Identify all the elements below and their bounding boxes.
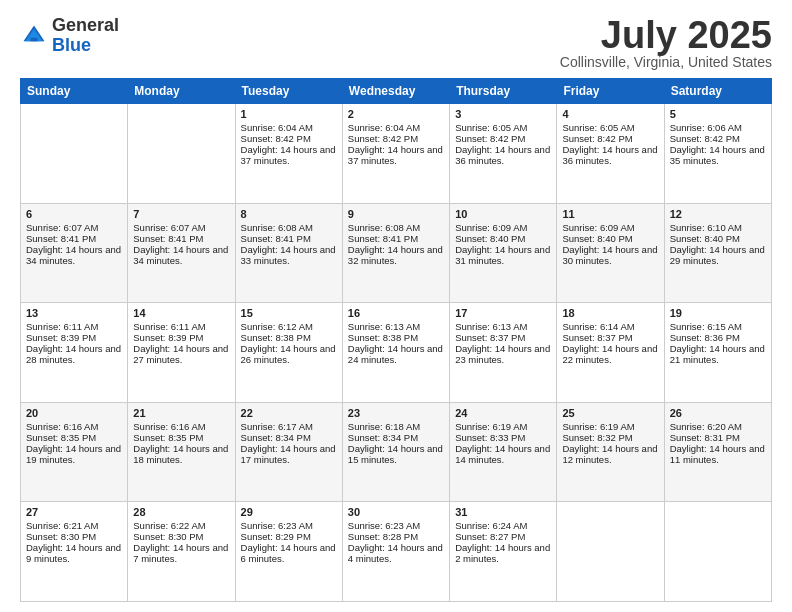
day-number: 10 — [455, 208, 551, 220]
day-info: Sunset: 8:38 PM — [241, 332, 337, 343]
day-number: 6 — [26, 208, 122, 220]
day-info: Sunset: 8:42 PM — [562, 133, 658, 144]
day-info: Sunset: 8:32 PM — [562, 432, 658, 443]
day-info: Sunset: 8:31 PM — [670, 432, 766, 443]
day-number: 22 — [241, 407, 337, 419]
day-info: Daylight: 14 hours and 36 minutes. — [562, 144, 658, 166]
day-info: Sunrise: 6:13 AM — [348, 321, 444, 332]
calendar-week-row: 20Sunrise: 6:16 AMSunset: 8:35 PMDayligh… — [21, 402, 772, 502]
calendar-header-friday: Friday — [557, 79, 664, 104]
day-info: Daylight: 14 hours and 30 minutes. — [562, 244, 658, 266]
calendar-table: SundayMondayTuesdayWednesdayThursdayFrid… — [20, 78, 772, 602]
day-info: Sunset: 8:30 PM — [26, 531, 122, 542]
calendar-cell: 7Sunrise: 6:07 AMSunset: 8:41 PMDaylight… — [128, 203, 235, 303]
day-info: Sunrise: 6:19 AM — [455, 421, 551, 432]
calendar-cell: 31Sunrise: 6:24 AMSunset: 8:27 PMDayligh… — [450, 502, 557, 602]
calendar-cell: 23Sunrise: 6:18 AMSunset: 8:34 PMDayligh… — [342, 402, 449, 502]
day-info: Sunset: 8:36 PM — [670, 332, 766, 343]
day-number: 23 — [348, 407, 444, 419]
day-info: Daylight: 14 hours and 26 minutes. — [241, 343, 337, 365]
calendar-cell — [128, 104, 235, 204]
day-info: Daylight: 14 hours and 6 minutes. — [241, 542, 337, 564]
day-info: Sunrise: 6:21 AM — [26, 520, 122, 531]
day-info: Sunset: 8:42 PM — [348, 133, 444, 144]
calendar-cell: 29Sunrise: 6:23 AMSunset: 8:29 PMDayligh… — [235, 502, 342, 602]
day-info: Sunrise: 6:20 AM — [670, 421, 766, 432]
day-number: 19 — [670, 307, 766, 319]
calendar-cell: 15Sunrise: 6:12 AMSunset: 8:38 PMDayligh… — [235, 303, 342, 403]
calendar-cell: 11Sunrise: 6:09 AMSunset: 8:40 PMDayligh… — [557, 203, 664, 303]
calendar-week-row: 6Sunrise: 6:07 AMSunset: 8:41 PMDaylight… — [21, 203, 772, 303]
day-info: Daylight: 14 hours and 17 minutes. — [241, 443, 337, 465]
day-number: 20 — [26, 407, 122, 419]
day-info: Sunset: 8:39 PM — [133, 332, 229, 343]
calendar-cell: 25Sunrise: 6:19 AMSunset: 8:32 PMDayligh… — [557, 402, 664, 502]
calendar-cell: 26Sunrise: 6:20 AMSunset: 8:31 PMDayligh… — [664, 402, 771, 502]
calendar-header-tuesday: Tuesday — [235, 79, 342, 104]
day-info: Daylight: 14 hours and 24 minutes. — [348, 343, 444, 365]
day-info: Daylight: 14 hours and 11 minutes. — [670, 443, 766, 465]
day-number: 16 — [348, 307, 444, 319]
calendar-week-row: 1Sunrise: 6:04 AMSunset: 8:42 PMDaylight… — [21, 104, 772, 204]
calendar-cell: 9Sunrise: 6:08 AMSunset: 8:41 PMDaylight… — [342, 203, 449, 303]
day-info: Daylight: 14 hours and 2 minutes. — [455, 542, 551, 564]
calendar-cell: 18Sunrise: 6:14 AMSunset: 8:37 PMDayligh… — [557, 303, 664, 403]
day-info: Sunrise: 6:07 AM — [133, 222, 229, 233]
day-info: Daylight: 14 hours and 37 minutes. — [241, 144, 337, 166]
day-number: 1 — [241, 108, 337, 120]
day-info: Daylight: 14 hours and 14 minutes. — [455, 443, 551, 465]
day-info: Sunrise: 6:08 AM — [241, 222, 337, 233]
day-info: Sunset: 8:41 PM — [348, 233, 444, 244]
day-info: Sunrise: 6:12 AM — [241, 321, 337, 332]
day-info: Sunrise: 6:24 AM — [455, 520, 551, 531]
day-info: Sunset: 8:37 PM — [562, 332, 658, 343]
calendar-cell: 13Sunrise: 6:11 AMSunset: 8:39 PMDayligh… — [21, 303, 128, 403]
day-info: Daylight: 14 hours and 21 minutes. — [670, 343, 766, 365]
day-number: 31 — [455, 506, 551, 518]
day-info: Daylight: 14 hours and 18 minutes. — [133, 443, 229, 465]
calendar-header-wednesday: Wednesday — [342, 79, 449, 104]
calendar-header-monday: Monday — [128, 79, 235, 104]
day-info: Daylight: 14 hours and 28 minutes. — [26, 343, 122, 365]
svg-rect-2 — [31, 38, 38, 42]
day-info: Sunset: 8:30 PM — [133, 531, 229, 542]
day-number: 12 — [670, 208, 766, 220]
day-info: Daylight: 14 hours and 33 minutes. — [241, 244, 337, 266]
day-info: Sunrise: 6:07 AM — [26, 222, 122, 233]
calendar-header-saturday: Saturday — [664, 79, 771, 104]
day-number: 18 — [562, 307, 658, 319]
day-number: 17 — [455, 307, 551, 319]
day-info: Sunrise: 6:08 AM — [348, 222, 444, 233]
day-info: Sunset: 8:28 PM — [348, 531, 444, 542]
day-info: Sunset: 8:34 PM — [241, 432, 337, 443]
calendar-cell: 28Sunrise: 6:22 AMSunset: 8:30 PMDayligh… — [128, 502, 235, 602]
day-info: Sunset: 8:40 PM — [670, 233, 766, 244]
day-number: 9 — [348, 208, 444, 220]
day-info: Daylight: 14 hours and 29 minutes. — [670, 244, 766, 266]
day-info: Daylight: 14 hours and 19 minutes. — [26, 443, 122, 465]
calendar-cell: 21Sunrise: 6:16 AMSunset: 8:35 PMDayligh… — [128, 402, 235, 502]
calendar-header-thursday: Thursday — [450, 79, 557, 104]
calendar-cell: 19Sunrise: 6:15 AMSunset: 8:36 PMDayligh… — [664, 303, 771, 403]
day-number: 8 — [241, 208, 337, 220]
day-number: 24 — [455, 407, 551, 419]
calendar-cell: 8Sunrise: 6:08 AMSunset: 8:41 PMDaylight… — [235, 203, 342, 303]
day-info: Sunset: 8:42 PM — [455, 133, 551, 144]
calendar-cell: 24Sunrise: 6:19 AMSunset: 8:33 PMDayligh… — [450, 402, 557, 502]
day-info: Sunrise: 6:09 AM — [455, 222, 551, 233]
day-info: Sunrise: 6:05 AM — [455, 122, 551, 133]
day-info: Sunrise: 6:11 AM — [26, 321, 122, 332]
title-block: July 2025 Collinsville, Virginia, United… — [560, 16, 772, 70]
day-number: 15 — [241, 307, 337, 319]
day-info: Sunrise: 6:14 AM — [562, 321, 658, 332]
day-number: 5 — [670, 108, 766, 120]
day-number: 2 — [348, 108, 444, 120]
logo-blue: Blue — [52, 35, 91, 55]
calendar-cell: 22Sunrise: 6:17 AMSunset: 8:34 PMDayligh… — [235, 402, 342, 502]
day-info: Sunset: 8:42 PM — [670, 133, 766, 144]
day-info: Sunset: 8:40 PM — [562, 233, 658, 244]
day-number: 14 — [133, 307, 229, 319]
day-info: Sunset: 8:41 PM — [133, 233, 229, 244]
day-info: Sunset: 8:35 PM — [133, 432, 229, 443]
day-number: 3 — [455, 108, 551, 120]
